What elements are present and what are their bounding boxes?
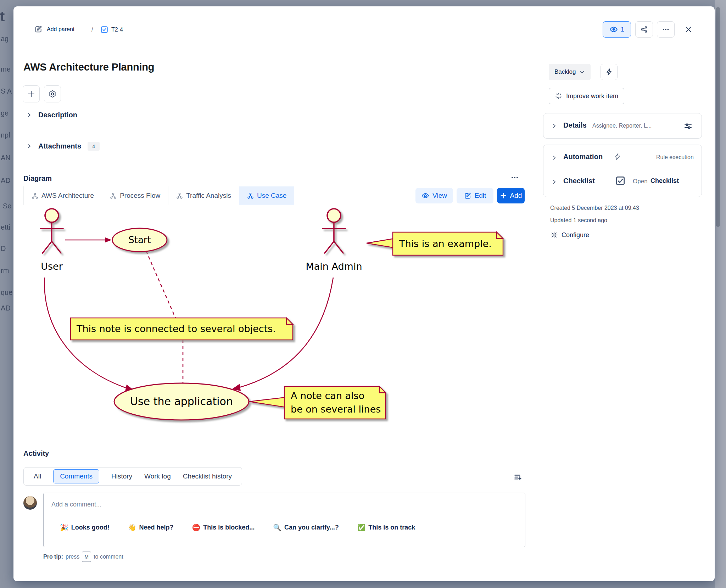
improve-work-item-button[interactable]: Improve work item: [549, 88, 624, 104]
add-parent-button[interactable]: Add parent: [34, 25, 74, 33]
pro-tip-label: Pro tip:: [43, 554, 63, 560]
breadcrumb-issue-key[interactable]: T2-4: [101, 26, 123, 33]
comment-input[interactable]: Add a comment... 🎉 Looks good! 👋 Need he…: [43, 493, 525, 547]
add-content-button[interactable]: [23, 85, 40, 102]
chevron-right-icon: [551, 179, 557, 185]
status-label: Backlog: [554, 68, 576, 75]
quick-reply-clarify[interactable]: 🔍 Can you clarify...?: [273, 523, 339, 532]
diagram-type-icon: [32, 192, 38, 199]
status-dropdown[interactable]: Backlog: [549, 64, 591, 80]
arrowhead: [105, 237, 112, 242]
usecase-main-label: Use the application: [130, 395, 233, 408]
tab-traffic-analysis[interactable]: Traffic Analysis: [168, 186, 239, 205]
quick-reply-need-help[interactable]: 👋 Need help?: [128, 523, 174, 532]
scrollbar-thumb[interactable]: [716, 7, 720, 227]
sliders-icon[interactable]: [684, 122, 692, 130]
activity-tab-bar: All Comments History Work log Checklist …: [23, 467, 242, 486]
quick-reply-label: This is blocked...: [203, 524, 255, 531]
plus-icon: [27, 90, 35, 98]
attachments-count-badge: 4: [88, 142, 100, 151]
tab-label: AWS Architecture: [41, 192, 94, 200]
activity-tab-comments[interactable]: Comments: [53, 469, 99, 483]
quick-reply-blocked[interactable]: ⛔ This is blocked...: [192, 523, 255, 532]
activity-heading: Activity: [23, 449, 49, 458]
section-description[interactable]: Description: [26, 111, 77, 119]
actor-admin: [323, 209, 345, 253]
background-text-fragment: t: [0, 9, 5, 24]
tab-label: Traffic Analysis: [186, 192, 231, 200]
diagram-type-icon: [176, 192, 183, 199]
watchers-button[interactable]: 1: [603, 21, 631, 38]
quick-reply-looks-good[interactable]: 🎉 Looks good!: [60, 523, 110, 532]
scrollbar-track[interactable]: [715, 0, 726, 588]
task-type-icon: [101, 26, 108, 33]
background-text-fragment: npl: [1, 131, 10, 139]
background-text-fragment: Se: [3, 202, 11, 210]
checklist-open-name: Checklist: [650, 177, 679, 185]
shortcut-key-m: M: [82, 551, 91, 562]
pro-tip-press: press: [66, 554, 79, 560]
view-button[interactable]: View: [415, 188, 453, 203]
checklist-checkbox-icon: [615, 175, 626, 186]
activity-tab-worklog[interactable]: Work log: [144, 472, 171, 480]
lightning-icon: [614, 153, 621, 161]
section-attachments[interactable]: Attachments 4: [26, 142, 100, 151]
details-panel[interactable]: Details Assignee, Reporter, L...: [543, 113, 702, 139]
configure-label: Configure: [562, 231, 589, 239]
automation-row[interactable]: Automation Rule execution: [543, 145, 702, 170]
note-multiline-line2: be on several lines: [291, 404, 381, 415]
view-label: View: [432, 192, 447, 200]
checklist-open-prefix: Open: [633, 178, 648, 185]
quick-reply-label: Need help?: [139, 524, 173, 531]
background-text-fragment: AD: [1, 304, 11, 312]
automation-lightning-button[interactable]: [601, 64, 618, 80]
tab-use-case[interactable]: Use Case: [239, 186, 294, 205]
background-text-fragment: S A: [1, 87, 12, 95]
edit-button[interactable]: Edit: [457, 188, 493, 203]
activity-tab-all[interactable]: All: [34, 472, 41, 480]
diagram-more-button[interactable]: [508, 172, 524, 184]
close-icon: [685, 26, 692, 33]
automation-checklist-panel: Automation Rule execution Checklist Open…: [543, 145, 702, 197]
checklist-label: Checklist: [563, 177, 595, 185]
screen: t ag me S A ge npl AN AD Se etti D rm qu…: [0, 0, 726, 588]
quick-reply-on-track[interactable]: ✅ This is on track: [357, 523, 415, 532]
add-label: Add: [510, 192, 522, 200]
apps-button[interactable]: [44, 85, 61, 102]
background-text-fragment: AN: [1, 154, 11, 162]
tab-aws-architecture[interactable]: AWS Architecture: [23, 186, 102, 205]
background-text-fragment: ge: [1, 109, 9, 117]
usecase-start-label: Start: [128, 235, 151, 245]
diagram-heading: Diagram: [23, 174, 52, 183]
background-text-fragment: ag: [1, 35, 9, 43]
background-text-fragment: me: [1, 65, 11, 73]
chevron-down-icon: [579, 69, 585, 75]
activity-sort-button[interactable]: [511, 470, 527, 484]
add-button[interactable]: Add: [497, 188, 525, 203]
no-entry-emoji: ⛔: [192, 523, 200, 532]
background-text-fragment: AD: [1, 177, 11, 185]
tab-process-flow[interactable]: Process Flow: [102, 186, 168, 205]
updated-timestamp: Updated 1 second ago: [550, 217, 607, 224]
quick-reply-label: Looks good!: [71, 524, 110, 531]
chevron-right-icon: [26, 143, 32, 149]
plus-icon: [500, 192, 507, 199]
pro-tip: Pro tip: press M to comment: [43, 551, 123, 562]
page-title: AWS Architecture Planning: [23, 61, 154, 73]
watchers-count: 1: [621, 26, 624, 33]
share-icon: [640, 26, 648, 33]
automation-label: Automation: [563, 153, 603, 161]
actor-user: [40, 209, 63, 253]
checklist-row[interactable]: Checklist Open Checklist: [543, 170, 702, 196]
uml-connectors: [44, 240, 333, 388]
more-actions-button[interactable]: [657, 21, 675, 38]
quick-reply-label: This is on track: [368, 524, 415, 531]
configure-button[interactable]: Configure: [550, 231, 589, 239]
share-button[interactable]: [635, 21, 653, 38]
details-label: Details: [563, 121, 587, 129]
activity-tab-checklist-history[interactable]: Checklist history: [183, 472, 232, 480]
activity-tab-history[interactable]: History: [111, 472, 132, 480]
details-summary: Assignee, Reporter, L...: [592, 123, 652, 129]
close-button[interactable]: [680, 21, 697, 38]
note-connected-label: This note is connected to several object…: [76, 323, 276, 334]
